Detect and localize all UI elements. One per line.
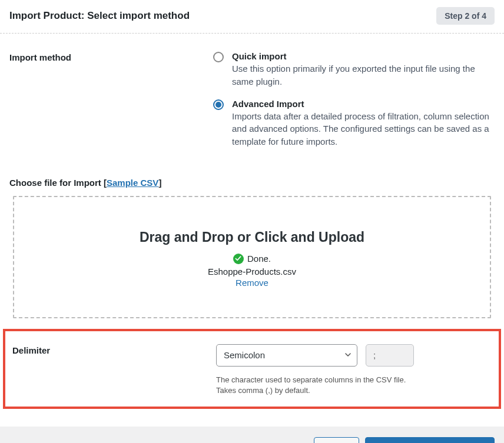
radio-advanced-import[interactable]: Advanced Import Imports data after a det… [213, 99, 495, 148]
next-step-button[interactable]: Step 3: Map import columns [365, 437, 495, 443]
radio-icon [213, 99, 224, 110]
sample-csv-link[interactable]: Sample CSV [107, 178, 158, 188]
radio-title: Quick import [232, 51, 495, 61]
import-method-section: Import method Quick import Use this opti… [0, 34, 504, 165]
upload-done-line: Done. [26, 254, 478, 264]
radio-title: Advanced Import [232, 99, 495, 109]
delimiter-char-input[interactable] [366, 344, 414, 367]
delimiter-select[interactable]: Semicolon [216, 344, 357, 367]
radio-icon [213, 52, 224, 62]
radio-quick-import[interactable]: Quick import Use this option primarily i… [213, 51, 495, 88]
delimiter-help: The character used to separate columns i… [216, 375, 492, 396]
radio-desc: Use this option primarily if you exporte… [232, 62, 495, 88]
page-title: Import Product: Select import method [9, 10, 190, 22]
back-button[interactable]: Back [314, 437, 359, 443]
remove-file-link[interactable]: Remove [26, 278, 478, 288]
delimiter-label: Delimiter [12, 344, 207, 396]
checkmark-icon [233, 254, 244, 264]
wizard-header: Import Product: Select import method Ste… [0, 0, 504, 34]
file-dropzone[interactable]: Drag and Drop or Click and Upload Done. … [13, 196, 491, 318]
step-indicator: Step 2 of 4 [436, 7, 495, 25]
delimiter-section: Delimiter Semicolon The character used t… [3, 329, 501, 409]
uploaded-filename: Eshoppe-Products.csv [26, 267, 478, 277]
wizard-footer: Back Step 3: Map import columns [0, 427, 504, 443]
radio-desc: Imports data after a detailed process of… [232, 110, 495, 148]
choose-file-label: Choose file for Import [Sample CSV] [0, 165, 504, 196]
done-text: Done. [247, 254, 271, 264]
dropzone-title: Drag and Drop or Click and Upload [26, 229, 478, 245]
import-method-label: Import method [9, 51, 204, 159]
